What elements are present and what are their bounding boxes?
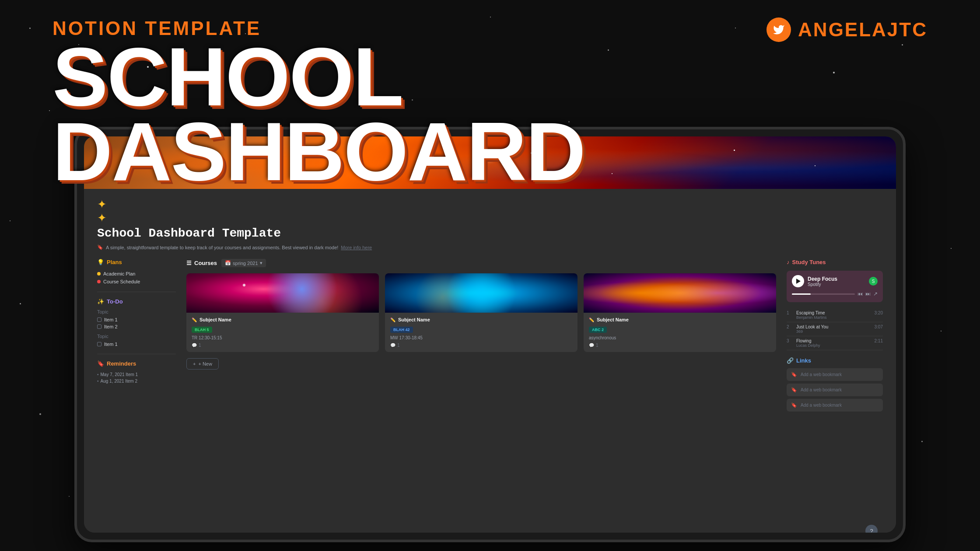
player-app: Spotify <box>808 282 837 287</box>
todo-item-2-1[interactable]: Item 1 <box>97 341 176 348</box>
edit-icon-1: ✏️ <box>192 317 197 322</box>
todo-item-1-1-label: Item 1 <box>104 317 118 322</box>
course-card-3[interactable]: ✏️ Subject Name ABC 2 asynchronous 💬 1 <box>584 273 776 352</box>
track-name-1: Escaping Time <box>796 310 871 315</box>
checkbox-1-1[interactable] <box>97 317 102 322</box>
player-title-area: Deep Focus Spotify <box>792 275 837 287</box>
player-info: Deep Focus Spotify <box>808 276 837 287</box>
plan-item-course[interactable]: Course Schedule <box>97 278 176 286</box>
course-comment-3: 💬 1 <box>589 343 771 348</box>
track-artist-3: Lucas Delphy <box>796 343 871 348</box>
course-tag-3: ABC 2 <box>589 327 607 333</box>
course-card-1[interactable]: ✏️ Subject Name BLAH 5 TR 12:30-15:15 💬 … <box>186 273 379 352</box>
todo-item-1-2-label: Item 2 <box>104 324 118 329</box>
page-title: SCHOOL DASHBOARD <box>52 39 928 189</box>
track-name-2: Just Look at You <box>796 324 871 329</box>
course-info-3: ✏️ Subject Name ABC 2 asynchronous 💬 1 <box>584 313 776 352</box>
new-button-icon: + <box>193 361 196 366</box>
course-tag-1: BLAH 5 <box>192 327 212 333</box>
courses-label: Courses <box>194 260 217 266</box>
plan-dot-yellow <box>97 272 101 276</box>
topic-2-label: Topic <box>97 334 176 339</box>
courses-grid: ✏️ Subject Name BLAH 5 TR 12:30-15:15 💬 … <box>186 273 776 352</box>
edit-icon-3: ✏️ <box>589 317 594 322</box>
calendar-icon: 📅 <box>225 260 231 266</box>
music-icon: ♪ <box>787 259 790 265</box>
reminders-icon: 🔖 <box>97 360 104 367</box>
course-comment-1: 💬 1 <box>192 343 374 348</box>
more-info-link[interactable]: More info here <box>341 245 372 250</box>
plan-item-academic-label: Academic Plan <box>103 271 135 276</box>
progress-bar-fill <box>792 293 811 295</box>
todo-icon: ✨ <box>97 298 104 305</box>
notion-content-area: ✦✦ School Dashboard Template 🔖 A simple,… <box>84 189 896 533</box>
course-info-1: ✏️ Subject Name BLAH 5 TR 12:30-15:15 💬 … <box>186 313 379 352</box>
bookmark-item-1[interactable]: 🔖 Add a web bookmark <box>787 368 883 381</box>
plans-section-heading: 💡 Plans <box>97 259 176 265</box>
plan-item-academic[interactable]: Academic Plan <box>97 270 176 278</box>
reminder-item-1: • May 7, 2021 Item 1 <box>97 371 176 378</box>
bookmark-icon-3: 🔖 <box>791 402 797 408</box>
courses-filter[interactable]: 📅 spring 2021 ▾ <box>221 259 266 267</box>
edit-icon-2: ✏️ <box>390 317 396 322</box>
course-info-2: ✏️ Subject Name BLAH 42 MW 17:30-18:45 💬… <box>385 313 578 352</box>
track-info-2: Just Look at You 369 <box>796 324 871 334</box>
middle-column: ☰ Courses 📅 spring 2021 ▾ <box>186 259 776 533</box>
reminder-bullet-1: • <box>97 372 99 377</box>
player-name: Deep Focus <box>808 276 837 282</box>
play-button[interactable] <box>792 275 804 287</box>
todo-item-2-1-label: Item 1 <box>104 342 118 347</box>
track-item-2[interactable]: 2 Just Look at You 369 3:07 <box>787 322 883 336</box>
right-column: ♪ Study Tunes Deep Focus <box>787 259 883 533</box>
filter-label: spring 2021 <box>233 261 258 266</box>
three-column-layout: 💡 Plans Academic Plan Course Schedule <box>97 259 883 533</box>
course-schedule-2: MW 17:30-18:45 <box>390 335 572 340</box>
comment-count-3: 1 <box>596 343 598 348</box>
new-course-button[interactable]: + + New <box>186 358 219 370</box>
study-tunes-heading: ♪ Study Tunes <box>787 259 883 265</box>
track-num-1: 1 <box>787 310 793 315</box>
checkbox-1-2[interactable] <box>97 324 102 329</box>
track-info-1: Escaping Time Benjamin Martins <box>796 310 871 320</box>
help-label: ? <box>870 528 873 533</box>
plans-icon: 💡 <box>97 259 104 265</box>
reminder-bullet-2: • <box>97 379 99 384</box>
track-artist-2: 369 <box>796 329 871 334</box>
chevron-icon: ▾ <box>260 260 262 266</box>
todo-item-1-2[interactable]: Item 2 <box>97 323 176 330</box>
next-icon[interactable]: ⏭ <box>865 291 871 297</box>
reminder-item-2: • Aug 1, 2021 Item 2 <box>97 378 176 384</box>
spotify-icon: S <box>869 277 878 286</box>
course-name-row-3: ✏️ Subject Name <box>589 317 771 322</box>
study-tunes-label: Study Tunes <box>792 259 826 265</box>
course-schedule-1: TR 12:30-15:15 <box>192 335 374 340</box>
share-icon[interactable]: ↗ <box>873 291 878 297</box>
course-name-3: Subject Name <box>597 317 629 322</box>
help-badge[interactable]: ? <box>865 525 878 533</box>
player-controls: ⏮ ⏭ ↗ <box>858 291 878 297</box>
course-name-row-2: ✏️ Subject Name <box>390 317 572 322</box>
track-item-1[interactable]: 1 Escaping Time Benjamin Martins 3:20 <box>787 308 883 322</box>
todo-item-1-1[interactable]: Item 1 <box>97 316 176 323</box>
bookmark-label-2: Add a web bookmark <box>801 387 842 392</box>
course-schedule-3: asynchronous <box>589 335 771 340</box>
plans-label: Plans <box>107 259 122 265</box>
course-card-2[interactable]: ✏️ Subject Name BLAH 42 MW 17:30-18:45 💬… <box>385 273 578 352</box>
bookmark-icon-1: 🔖 <box>791 372 797 377</box>
comment-count-2: 1 <box>397 343 400 348</box>
track-artist-1: Benjamin Martins <box>796 315 871 320</box>
course-thumb-3 <box>584 273 776 313</box>
bookmark-item-2[interactable]: 🔖 Add a web bookmark <box>787 384 883 396</box>
todo-label: To-Do <box>107 298 123 305</box>
checkbox-2-1[interactable] <box>97 342 102 346</box>
sparkle-decoration: ✦✦ <box>97 198 883 225</box>
track-duration-1: 3:20 <box>875 310 883 315</box>
bookmark-item-3[interactable]: 🔖 Add a web bookmark <box>787 399 883 412</box>
divider-2 <box>97 354 176 354</box>
track-item-3[interactable]: 3 Flowing Lucas Delphy 2:11 <box>787 336 883 350</box>
comment-icon-3: 💬 <box>589 343 594 348</box>
bookmark-icon-2: 🔖 <box>791 387 797 393</box>
bookmark-label-3: Add a web bookmark <box>801 403 842 408</box>
course-name-1: Subject Name <box>200 317 231 322</box>
prev-icon[interactable]: ⏮ <box>858 291 863 297</box>
